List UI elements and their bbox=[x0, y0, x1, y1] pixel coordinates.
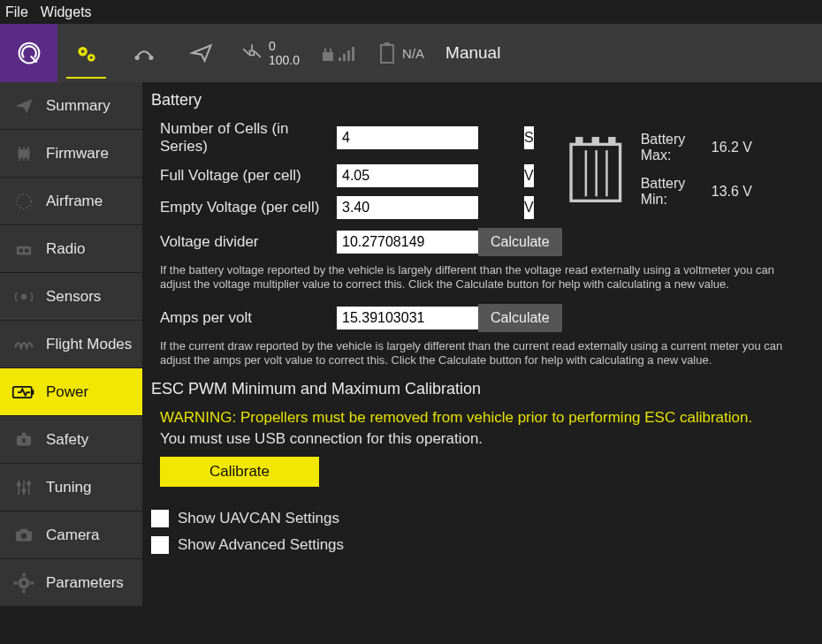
svg-point-32 bbox=[22, 294, 27, 299]
sidebar-item-label: Tuning bbox=[46, 479, 91, 496]
show-uavcan-checkbox[interactable] bbox=[151, 510, 169, 527]
menu-bar: File Widgets bbox=[0, 0, 822, 24]
show-advanced-label: Show Advanced Settings bbox=[178, 536, 344, 554]
svg-rect-14 bbox=[330, 49, 331, 52]
main-area: Summary Firmware Airframe Radio Sensors bbox=[0, 82, 822, 644]
svg-line-9 bbox=[243, 49, 249, 55]
svg-point-30 bbox=[19, 248, 23, 253]
sidebar-item-power[interactable]: Power bbox=[0, 368, 142, 415]
svg-rect-15 bbox=[339, 57, 341, 61]
amps-per-volt-field[interactable] bbox=[337, 307, 478, 330]
full-voltage-unit: V bbox=[524, 164, 534, 187]
svg-rect-54 bbox=[575, 137, 582, 144]
waypoint-icon bbox=[132, 41, 156, 65]
voltage-divider-calculate-button[interactable]: Calculate bbox=[478, 228, 562, 256]
svg-point-3 bbox=[80, 50, 84, 54]
camera-icon bbox=[11, 522, 37, 549]
batt-min-label: Battery Min: bbox=[641, 176, 699, 208]
esc-calibrate-button[interactable]: Calibrate bbox=[160, 457, 319, 487]
svg-point-28 bbox=[17, 193, 31, 208]
batt-max-value: 16.2 V bbox=[712, 140, 752, 155]
cells-input[interactable] bbox=[337, 126, 524, 149]
flight-modes-icon bbox=[11, 331, 37, 358]
batt-max-label: Battery Max: bbox=[641, 132, 699, 163]
full-voltage-field[interactable]: V bbox=[337, 164, 478, 187]
svg-rect-21 bbox=[19, 149, 30, 158]
full-voltage-label: Full Voltage (per cell) bbox=[160, 167, 337, 185]
battery-na-label: N/A bbox=[402, 46, 424, 61]
sidebar-item-tuning[interactable]: Tuning bbox=[0, 464, 142, 511]
svg-rect-19 bbox=[381, 45, 393, 63]
amps-calculate-button[interactable]: Calculate bbox=[478, 304, 562, 332]
setup-sidebar: Summary Firmware Airframe Radio Sensors bbox=[0, 82, 142, 644]
amps-per-volt-label: Amps per volt bbox=[160, 309, 337, 327]
sidebar-item-safety[interactable]: Safety bbox=[0, 416, 142, 463]
radio-icon bbox=[11, 236, 37, 262]
menu-widgets[interactable]: Widgets bbox=[41, 4, 92, 20]
sidebar-item-label: Summary bbox=[46, 97, 110, 115]
sidebar-item-airframe[interactable]: Airframe bbox=[0, 178, 142, 224]
sidebar-item-camera[interactable]: Camera bbox=[0, 511, 142, 558]
sidebar-item-label: Firmware bbox=[46, 145, 109, 163]
battery-icon bbox=[377, 42, 397, 64]
toolbar-fly-button[interactable] bbox=[172, 24, 230, 82]
voltage-divider-help: If the battery voltage reported by the v… bbox=[160, 263, 796, 292]
svg-point-31 bbox=[25, 248, 29, 253]
svg-rect-51 bbox=[14, 581, 18, 584]
safety-icon bbox=[11, 427, 37, 453]
svg-rect-36 bbox=[22, 432, 27, 436]
svg-rect-37 bbox=[22, 438, 25, 443]
svg-rect-34 bbox=[32, 390, 34, 394]
battery-large-icon bbox=[567, 129, 625, 210]
paper-plane-icon bbox=[189, 41, 214, 65]
cells-label: Number of Cells (in Series) bbox=[160, 120, 337, 155]
svg-line-10 bbox=[255, 51, 261, 57]
toolbar-vehicle-setup-button[interactable] bbox=[57, 24, 115, 82]
rc-signal-icon bbox=[321, 42, 356, 64]
toolbar-rc-indicator bbox=[310, 24, 367, 82]
toolbar-battery-indicator: N/A bbox=[367, 24, 435, 82]
airframe-icon bbox=[11, 188, 37, 215]
svg-rect-56 bbox=[608, 137, 615, 144]
satellite-icon bbox=[240, 42, 263, 64]
svg-point-7 bbox=[148, 56, 153, 60]
sidebar-item-label: Parameters bbox=[46, 574, 124, 592]
cells-field[interactable]: S bbox=[337, 126, 478, 149]
menu-file[interactable]: File bbox=[5, 4, 28, 20]
svg-rect-16 bbox=[343, 54, 346, 61]
empty-voltage-input[interactable] bbox=[337, 196, 524, 219]
svg-rect-55 bbox=[592, 137, 599, 144]
battery-section-title: Battery bbox=[151, 91, 808, 110]
full-voltage-input[interactable] bbox=[337, 164, 524, 187]
toolbar-settings-button[interactable] bbox=[0, 24, 57, 82]
sidebar-item-parameters[interactable]: Parameters bbox=[0, 559, 142, 606]
sidebar-item-radio[interactable]: Radio bbox=[0, 225, 142, 272]
tuning-icon bbox=[11, 474, 37, 501]
empty-voltage-unit: V bbox=[524, 196, 534, 219]
sidebar-item-sensors[interactable]: Sensors bbox=[0, 273, 142, 320]
gears-icon bbox=[74, 41, 99, 65]
sidebar-item-summary[interactable]: Summary bbox=[0, 82, 142, 129]
amps-grid: Amps per volt Calculate bbox=[151, 304, 808, 332]
sidebar-item-label: Flight Modes bbox=[46, 336, 132, 353]
svg-point-48 bbox=[22, 580, 27, 585]
show-advanced-checkbox[interactable] bbox=[151, 536, 169, 554]
sidebar-item-firmware[interactable]: Firmware bbox=[0, 130, 142, 177]
svg-rect-46 bbox=[20, 528, 27, 531]
voltage-divider-field[interactable] bbox=[337, 231, 478, 254]
toolbar-plan-button[interactable] bbox=[115, 24, 172, 82]
svg-rect-13 bbox=[324, 49, 326, 52]
svg-rect-18 bbox=[352, 47, 354, 61]
sidebar-item-label: Airframe bbox=[46, 193, 103, 210]
sidebar-item-label: Sensors bbox=[46, 288, 101, 306]
gps-hdop: 100.0 bbox=[269, 53, 300, 67]
svg-rect-49 bbox=[22, 572, 25, 576]
amps-help: If the current draw reported by the vehi… bbox=[160, 339, 796, 367]
empty-voltage-field[interactable]: V bbox=[337, 196, 478, 219]
cells-unit: S bbox=[524, 126, 534, 149]
sidebar-item-label: Radio bbox=[46, 240, 85, 258]
gps-sat-count: 0 bbox=[269, 39, 276, 53]
sidebar-item-flightmodes[interactable]: Flight Modes bbox=[0, 321, 142, 367]
sensors-icon bbox=[11, 284, 37, 310]
flight-mode-label[interactable]: Manual bbox=[435, 24, 511, 82]
